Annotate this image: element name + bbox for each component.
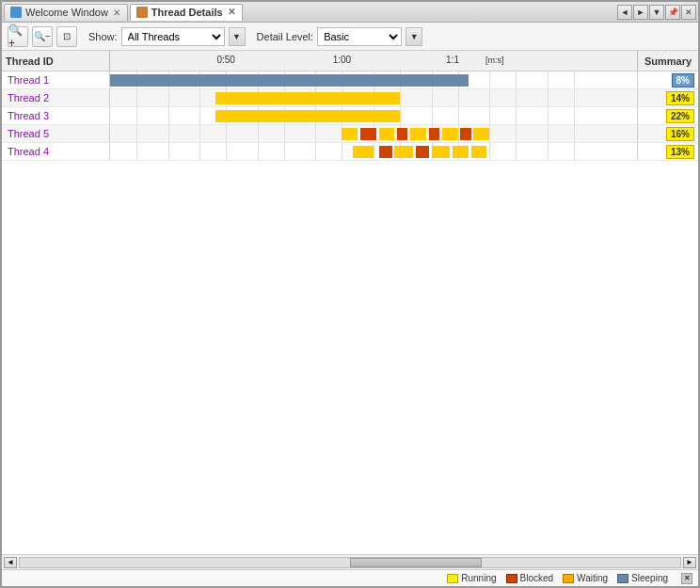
tab-thread-details[interactable]: Thread Details ✕ <box>130 4 243 21</box>
thread-id-cell: Thread 5 <box>2 125 110 142</box>
nav-prev-btn[interactable]: ◄ <box>617 5 632 20</box>
thread-id-cell: Thread 3 <box>2 107 110 124</box>
sleeping-label: Sleeping <box>631 573 668 583</box>
tab-thread-details-close[interactable]: ✕ <box>227 7 236 17</box>
scrollbar-area: ◄ ► <box>2 554 698 569</box>
main-content: Thread ID 0:50 1:00 1:1 [m:s] Summary Th… <box>2 51 698 586</box>
legend-running: Running <box>447 573 496 583</box>
thread-timeline-cell <box>110 89 638 106</box>
blocked-color <box>506 574 517 583</box>
thread-bar <box>429 128 439 140</box>
thread-rows: Thread 18%Thread 214%Thread 322%Thread 5… <box>2 72 698 313</box>
resize-handle[interactable] <box>105 51 109 71</box>
detail-dropdown-btn[interactable]: ▼ <box>406 27 422 46</box>
time-marker-11: 1:1 <box>446 51 459 70</box>
table-row: Thread 516% <box>2 125 698 143</box>
detail-select[interactable]: Basic Detailed Full <box>317 27 402 46</box>
legend: Running Blocked Waiting Sleeping ✕ <box>2 569 698 586</box>
thread-bar <box>394 146 413 158</box>
blocked-label: Blocked <box>520 573 554 583</box>
table-row: Thread 18% <box>2 72 698 89</box>
thread-bar <box>416 146 429 158</box>
summary-cell: 16% <box>638 125 698 142</box>
thread-bar <box>379 146 392 158</box>
title-bar: Welcome Window ✕ Thread Details ✕ ◄ ► ▼ … <box>2 2 698 23</box>
thread-bar <box>432 146 451 158</box>
legend-blocked: Blocked <box>506 573 554 583</box>
thread-bar <box>453 146 469 158</box>
table-row: Thread 214% <box>2 89 698 107</box>
show-label: Show: <box>88 31 118 42</box>
tab-thread-details-icon <box>136 7 148 18</box>
thread-id-cell: Thread 4 <box>2 143 110 160</box>
tab-welcome-close[interactable]: ✕ <box>112 8 121 18</box>
table-row: Thread 322% <box>2 107 698 125</box>
thread-bar <box>110 74 469 87</box>
scroll-track[interactable] <box>19 557 681 568</box>
table-row: Thread 413% <box>2 143 698 161</box>
zoom-fit-button[interactable]: ⊡ <box>56 26 77 47</box>
summary-cell: 22% <box>638 107 698 124</box>
tab-welcome-label: Welcome Window <box>25 7 108 18</box>
nav-close-btn[interactable]: ✕ <box>681 5 696 20</box>
thread-id-header: Thread ID <box>2 51 110 71</box>
legend-sleeping: Sleeping <box>617 573 668 583</box>
summary-badge: 22% <box>666 109 694 123</box>
thread-timeline-cell <box>110 143 638 160</box>
thread-area: Thread 18%Thread 214%Thread 322%Thread 5… <box>2 72 698 554</box>
thread-bar <box>410 128 426 140</box>
toolbar: 🔍+ 🔍− ⊡ Show: All Threads Running Thread… <box>2 23 698 51</box>
thread-bar <box>215 92 400 104</box>
waiting-label: Waiting <box>577 573 608 583</box>
zoom-out-button[interactable]: 🔍− <box>32 26 53 47</box>
thread-timeline-cell <box>110 72 638 88</box>
thread-bar <box>473 128 489 140</box>
thread-bar <box>442 128 458 140</box>
nav-down-btn[interactable]: ▼ <box>649 5 664 20</box>
time-marker-050: 0:50 <box>216 51 234 70</box>
thread-bar <box>379 128 395 140</box>
summary-cell: 8% <box>638 72 698 88</box>
thread-bar <box>360 128 376 140</box>
thread-bar <box>215 110 400 122</box>
scroll-left-btn[interactable]: ◄ <box>4 557 17 568</box>
thread-id-cell: Thread 2 <box>2 89 110 106</box>
thread-bar <box>460 128 470 140</box>
running-color <box>447 574 458 583</box>
time-marker-100: 1:00 <box>333 51 351 70</box>
summary-badge: 13% <box>666 145 694 159</box>
thread-timeline-cell <box>110 107 638 124</box>
summary-cell: 13% <box>638 143 698 160</box>
legend-waiting: Waiting <box>563 573 608 583</box>
time-marker-ms: [m:s] <box>485 51 504 70</box>
tab-thread-details-label: Thread Details <box>151 7 223 18</box>
thread-id-cell: Thread 1 <box>2 72 110 88</box>
sleeping-color <box>617 574 628 583</box>
show-dropdown-btn[interactable]: ▼ <box>229 27 246 46</box>
header-row: Thread ID 0:50 1:00 1:1 [m:s] Summary <box>2 51 698 72</box>
tab-welcome[interactable]: Welcome Window ✕ <box>4 4 128 21</box>
thread-bar <box>353 146 374 158</box>
nav-next-btn[interactable]: ► <box>633 5 648 20</box>
legend-close-btn[interactable]: ✕ <box>681 573 692 584</box>
nav-pin-btn[interactable]: 📌 <box>665 5 680 20</box>
show-select[interactable]: All Threads Running Threads Blocked Thre… <box>121 27 225 46</box>
empty-area <box>2 313 698 555</box>
summary-badge: 8% <box>672 73 694 87</box>
summary-badge: 14% <box>666 91 694 105</box>
tab-welcome-icon <box>10 7 22 18</box>
nav-buttons: ◄ ► ▼ 📌 ✕ <box>617 5 696 20</box>
scroll-thumb[interactable] <box>350 558 482 567</box>
summary-cell: 14% <box>638 89 698 106</box>
summary-badge: 16% <box>666 127 694 141</box>
main-window: Welcome Window ✕ Thread Details ✕ ◄ ► ▼ … <box>0 0 700 588</box>
timeline-header: 0:50 1:00 1:1 [m:s] <box>110 51 638 71</box>
thread-bar <box>342 128 358 140</box>
thread-timeline-cell <box>110 125 638 142</box>
waiting-color <box>563 574 574 583</box>
detail-label: Detail Level: <box>257 31 314 42</box>
zoom-in-button[interactable]: 🔍+ <box>8 26 28 47</box>
running-label: Running <box>461 573 496 583</box>
scroll-right-btn[interactable]: ► <box>683 557 696 568</box>
summary-header: Summary <box>638 51 698 71</box>
